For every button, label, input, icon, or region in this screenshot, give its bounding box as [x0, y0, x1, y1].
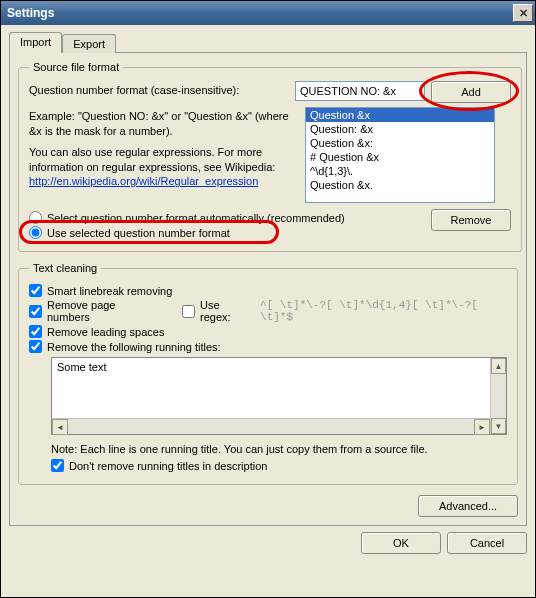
radio-auto[interactable] — [29, 211, 42, 224]
running-titles-note: Note: Each line is one running title. Yo… — [51, 443, 507, 455]
format-label: Question number format (case-insensitive… — [29, 81, 289, 98]
remove-button[interactable]: Remove — [431, 209, 511, 231]
format-listbox[interactable]: Question &x Question: &x Question &x: # … — [305, 107, 495, 203]
tab-export[interactable]: Export — [62, 34, 116, 53]
scroll-down-icon[interactable]: ▼ — [491, 418, 506, 434]
fieldset-text-cleaning: Text cleaning Smart linebreak removing R… — [18, 262, 518, 485]
tabstrip: Import Export — [9, 32, 527, 53]
chk-dont-remove-desc[interactable] — [51, 459, 64, 472]
lbl-pagenum: Remove page numbers — [47, 299, 157, 323]
chk-leading-spaces[interactable] — [29, 325, 42, 338]
tab-import[interactable]: Import — [9, 32, 62, 53]
tab-panel: Source file format Question number forma… — [9, 52, 527, 526]
regex-sample: ^[ \t]*\-?[ \t]*\d{1,4}[ \t]*\-?[ \t]*$ — [260, 299, 507, 323]
wikipedia-link[interactable]: http://en.wikipedia.org/wiki/Regular_exp… — [29, 175, 258, 187]
regex-note: You can also use regular expressions. Fo… — [29, 145, 299, 175]
add-button[interactable]: Add — [431, 81, 511, 103]
advanced-button[interactable]: Advanced... — [418, 495, 518, 517]
scroll-left-icon[interactable]: ◄ — [52, 419, 68, 435]
lbl-smart: Smart linebreak removing — [47, 285, 172, 297]
horizontal-scrollbar[interactable]: ◄ ► — [52, 418, 490, 434]
list-item[interactable]: ^\d{1,3}\. — [306, 164, 494, 178]
window-title: Settings — [7, 6, 513, 20]
fieldset-source-format: Source file format Question number forma… — [18, 61, 522, 252]
legend-clean: Text cleaning — [29, 262, 101, 274]
list-item[interactable]: Question &x: — [306, 136, 494, 150]
titlebar: Settings ✕ — [1, 1, 535, 25]
running-titles-textarea[interactable]: Some text ▲ ▼ ◄ ► — [51, 357, 507, 435]
list-item[interactable]: Question &x — [306, 108, 494, 122]
ok-button[interactable]: OK — [361, 532, 441, 554]
legend-source: Source file format — [29, 61, 123, 73]
radio-use-selected[interactable] — [29, 226, 42, 239]
lbl-leading: Remove leading spaces — [47, 326, 164, 338]
lbl-useregex: Use regex: — [200, 299, 251, 323]
vertical-scrollbar[interactable]: ▲ ▼ — [490, 358, 506, 434]
example-text: Example: "Question NO: &x" or "Question … — [29, 109, 299, 139]
lbl-titles: Remove the following running titles: — [47, 341, 221, 353]
chk-running-titles[interactable] — [29, 340, 42, 353]
scroll-up-icon[interactable]: ▲ — [491, 358, 506, 374]
list-item[interactable]: Question &x. — [306, 178, 494, 192]
close-icon[interactable]: ✕ — [513, 4, 533, 22]
scroll-right-icon[interactable]: ► — [474, 419, 490, 435]
dialog-content: Import Export Source file format Questio… — [1, 25, 535, 562]
lbl-dontremove: Don't remove running titles in descripti… — [69, 460, 267, 472]
cancel-button[interactable]: Cancel — [447, 532, 527, 554]
chk-remove-pagenum[interactable] — [29, 305, 42, 318]
chk-use-regex[interactable] — [182, 305, 195, 318]
radio-auto-label: Select question number format automatica… — [47, 212, 345, 224]
chk-smart-linebreak[interactable] — [29, 284, 42, 297]
list-item[interactable]: # Question &x — [306, 150, 494, 164]
dialog-footer: OK Cancel — [9, 526, 527, 554]
radio-use-label: Use selected question number format — [47, 227, 230, 239]
list-item[interactable]: Question: &x — [306, 122, 494, 136]
format-input[interactable] — [295, 81, 425, 101]
